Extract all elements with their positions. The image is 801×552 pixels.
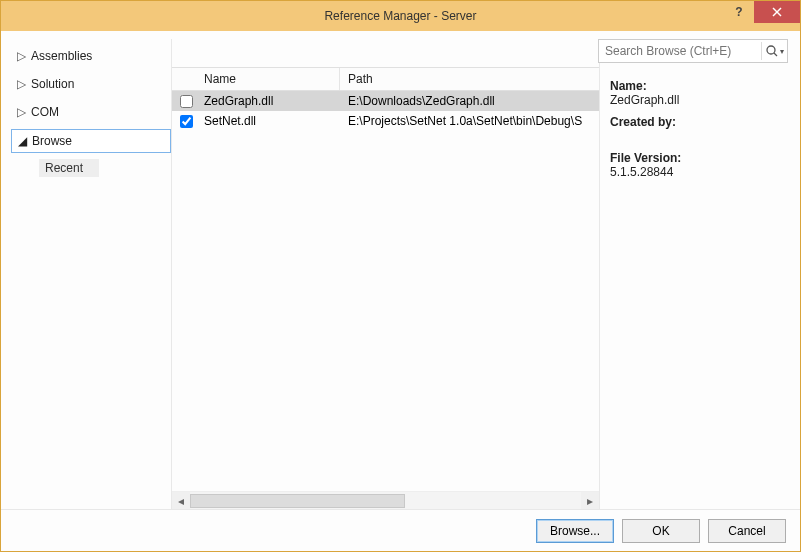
- sidebar-subitem-recent[interactable]: Recent: [39, 159, 99, 177]
- column-name[interactable]: Name: [200, 68, 340, 90]
- sidebar-item-browse[interactable]: ◢ Browse: [11, 129, 171, 153]
- ok-button[interactable]: OK: [622, 519, 700, 543]
- row-name: ZedGraph.dll: [200, 94, 340, 108]
- cancel-button[interactable]: Cancel: [708, 519, 786, 543]
- row-path: E:\Projects\SetNet 1.0a\SetNet\bin\Debug…: [340, 114, 599, 128]
- close-icon[interactable]: [754, 1, 800, 23]
- details-panel: Name: ZedGraph.dll Created by: File Vers…: [600, 39, 790, 509]
- search-box[interactable]: ▾: [598, 39, 788, 63]
- sidebar-item-label: Assemblies: [31, 49, 92, 63]
- chevron-right-icon: ▷: [17, 49, 25, 63]
- row-name: SetNet.dll: [200, 114, 340, 128]
- window-controls: ?: [724, 1, 800, 23]
- table-header: Name Path: [172, 67, 599, 91]
- table-rows: ZedGraph.dll E:\Downloads\ZedGraph.dll S…: [172, 91, 599, 491]
- detail-version-label: File Version:: [610, 151, 786, 165]
- detail-createdby-value: [610, 129, 786, 143]
- detail-version-value: 5.1.5.28844: [610, 165, 786, 179]
- dialog-window: Reference Manager - Server ? ▾ ▷ Assembl…: [0, 0, 801, 552]
- browse-button[interactable]: Browse...: [536, 519, 614, 543]
- svg-line-3: [774, 53, 777, 56]
- svg-point-2: [767, 46, 775, 54]
- dialog-footer: Browse... OK Cancel: [1, 509, 800, 551]
- row-path: E:\Downloads\ZedGraph.dll: [340, 94, 599, 108]
- detail-name-label: Name:: [610, 79, 786, 93]
- row-checkbox[interactable]: [180, 95, 193, 108]
- table-row[interactable]: SetNet.dll E:\Projects\SetNet 1.0a\SetNe…: [172, 111, 599, 131]
- dialog-body: ▷ Assemblies ▷ Solution ▷ COM ◢ Browse R…: [1, 31, 800, 509]
- reference-list: Name Path ZedGraph.dll E:\Downloads\ZedG…: [171, 39, 600, 509]
- scroll-track[interactable]: [190, 492, 581, 510]
- detail-createdby-label: Created by:: [610, 115, 786, 129]
- sidebar-item-solution[interactable]: ▷ Solution: [11, 73, 171, 95]
- sidebar-item-assemblies[interactable]: ▷ Assemblies: [11, 45, 171, 67]
- chevron-down-icon: ◢: [18, 134, 26, 148]
- chevron-right-icon: ▷: [17, 105, 25, 119]
- sidebar-item-label: Browse: [32, 134, 72, 148]
- chevron-right-icon: ▷: [17, 77, 25, 91]
- scroll-left-icon[interactable]: ◂: [172, 492, 190, 510]
- sidebar-item-com[interactable]: ▷ COM: [11, 101, 171, 123]
- titlebar: Reference Manager - Server ?: [1, 1, 800, 31]
- sidebar-item-label: Solution: [31, 77, 74, 91]
- search-icon[interactable]: ▾: [762, 44, 787, 58]
- sidebar-item-label: COM: [31, 105, 59, 119]
- search-input[interactable]: [599, 44, 761, 58]
- column-path[interactable]: Path: [340, 68, 599, 90]
- window-title: Reference Manager - Server: [1, 9, 800, 23]
- detail-name-value: ZedGraph.dll: [610, 93, 786, 107]
- table-row[interactable]: ZedGraph.dll E:\Downloads\ZedGraph.dll: [172, 91, 599, 111]
- horizontal-scrollbar[interactable]: ◂ ▸: [172, 491, 599, 509]
- scroll-thumb[interactable]: [190, 494, 405, 508]
- sidebar: ▷ Assemblies ▷ Solution ▷ COM ◢ Browse R…: [1, 39, 171, 509]
- help-icon[interactable]: ?: [724, 1, 754, 23]
- row-checkbox[interactable]: [180, 115, 193, 128]
- scroll-right-icon[interactable]: ▸: [581, 492, 599, 510]
